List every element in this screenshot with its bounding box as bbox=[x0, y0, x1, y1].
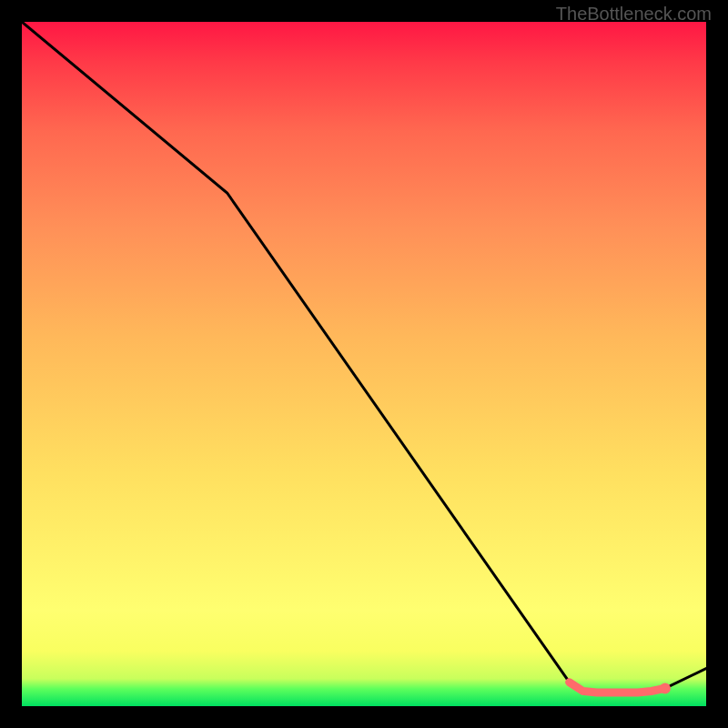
chart-line-group bbox=[22, 22, 706, 693]
chart-line bbox=[22, 22, 706, 693]
chart-highlight-segment bbox=[570, 682, 665, 693]
chart-highlight-end-dot bbox=[660, 682, 671, 693]
watermark-text: TheBottleneck.com bbox=[556, 4, 712, 25]
chart-svg bbox=[22, 22, 706, 706]
